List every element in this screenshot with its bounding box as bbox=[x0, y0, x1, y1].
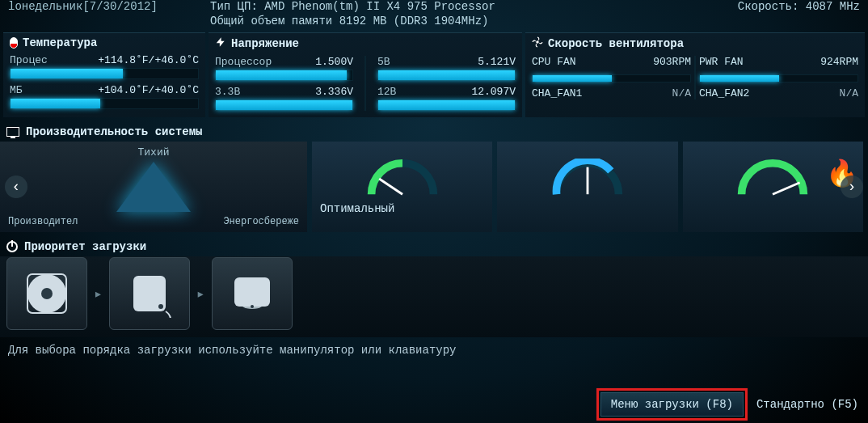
thermometer-icon bbox=[10, 37, 18, 49]
svg-point-8 bbox=[158, 304, 163, 309]
svg-point-10 bbox=[251, 305, 254, 308]
perf-energy-label: Энергосбереже bbox=[223, 216, 299, 227]
memory-text: Общий объем памяти 8192 MB (DDR3 1904MHz… bbox=[0, 13, 868, 32]
fan-pwr: PWR FAN 924RPM bbox=[699, 56, 858, 68]
fan-cha2: CHA_FAN2 N/A bbox=[699, 87, 858, 99]
volt-5-value: 5.121V bbox=[478, 56, 516, 68]
date-text: lонедельник[7/30/2012] bbox=[8, 0, 210, 13]
volt-5-label: 5В bbox=[377, 56, 390, 68]
temperature-title: Температура bbox=[23, 36, 97, 49]
volt-12-label: 12В bbox=[377, 86, 396, 98]
boot-device-external[interactable] bbox=[109, 257, 190, 330]
perf-mode-turbo[interactable]: 🔥 bbox=[683, 142, 863, 232]
volt-33-label: 3.3В bbox=[215, 86, 240, 98]
temp-mb-value: +104.0˚F/+40.0˚C bbox=[98, 84, 199, 96]
temp-mb-metric: МБ +104.0˚F/+40.0˚C bbox=[10, 84, 199, 109]
svg-point-0 bbox=[536, 40, 539, 44]
fan-cha1-label: CHA_FAN1 bbox=[532, 87, 582, 99]
power-icon bbox=[6, 241, 18, 252]
boot-priority-title: Приоритет загрузки bbox=[24, 240, 146, 253]
performance-row: ‹ Тихий Производител Энергосбереже Оптим… bbox=[0, 142, 868, 232]
fan-cha1-value: N/A bbox=[672, 87, 691, 99]
boot-separator: ▸ bbox=[196, 285, 205, 302]
fan-cpu: CPU FAN 903RPM bbox=[532, 56, 691, 68]
gauge-icon bbox=[734, 159, 811, 199]
fan-panel: Скорость вентилятора CPU FAN 903RPM CHA_… bbox=[525, 32, 865, 117]
fan-cpu-value: 903RPM bbox=[653, 56, 691, 68]
volt-33-value: 3.336V bbox=[315, 86, 353, 98]
temp-cpu-value: +114.8˚F/+46.0˚C bbox=[98, 54, 199, 66]
perf-quiet-label: Тихий bbox=[137, 146, 169, 159]
svg-line-3 bbox=[773, 183, 800, 194]
performance-title: Производительность системы bbox=[26, 125, 202, 138]
perf-prev-button[interactable]: ‹ bbox=[5, 176, 27, 198]
svg-line-1 bbox=[379, 179, 402, 194]
voltage-panel: Напряжение Процессор 1.500V 3.3В 3.336V bbox=[209, 32, 522, 117]
cpu-type-text: Тип ЦП: AMD Phenom(tm) II X4 975 Process… bbox=[210, 0, 698, 13]
svg-rect-9 bbox=[234, 277, 270, 307]
monitor-icon bbox=[6, 127, 19, 137]
boot-hint-text: Для выбора порядка загрузки используйте … bbox=[0, 337, 868, 363]
boot-separator: ▸ bbox=[94, 285, 103, 302]
gauge-icon bbox=[549, 159, 626, 199]
perf-mode-optimal[interactable]: Оптимальный bbox=[312, 142, 492, 232]
perf-next-button[interactable]: › bbox=[841, 176, 863, 198]
fan-title: Скорость вентилятора bbox=[548, 37, 684, 50]
standard-button[interactable]: Стандартно (F5) bbox=[756, 398, 858, 411]
fan-cha2-label: CHA_FAN2 bbox=[699, 87, 749, 99]
temp-mb-label: МБ bbox=[10, 84, 23, 96]
svg-point-5 bbox=[41, 288, 53, 299]
gauge-icon bbox=[364, 159, 441, 199]
temperature-panel: Температура Процес +114.8˚F/+46.0˚C МБ +… bbox=[3, 32, 205, 117]
volt-cpu-value: 1.500V bbox=[315, 56, 353, 68]
perf-optimal-label: Оптимальный bbox=[312, 202, 394, 215]
boot-menu-button[interactable]: Меню загрузки (F8) bbox=[600, 392, 744, 417]
fan-cha1: CHA_FAN1 N/A bbox=[532, 87, 691, 99]
fan-cpu-label: CPU FAN bbox=[532, 56, 576, 68]
fan-cha2-value: N/A bbox=[840, 87, 858, 99]
voltage-title: Напряжение bbox=[231, 37, 299, 50]
boot-device-odd[interactable] bbox=[212, 257, 293, 330]
perf-performance-label: Производител bbox=[8, 216, 78, 227]
triangle-icon bbox=[116, 162, 191, 212]
fan-pwr-label: PWR FAN bbox=[699, 56, 744, 68]
perf-mode-triangle[interactable]: Тихий Производител Энергосбереже bbox=[0, 142, 307, 232]
temp-cpu-metric: Процес +114.8˚F/+46.0˚C bbox=[10, 54, 199, 79]
temp-cpu-label: Процес bbox=[10, 54, 48, 66]
speed-text: Скорость: 4087 MHz bbox=[698, 0, 860, 13]
boot-device-hdd[interactable] bbox=[6, 257, 87, 330]
bolt-icon bbox=[215, 36, 226, 51]
fan-icon bbox=[532, 36, 543, 51]
volt-cpu-label: Процессор bbox=[215, 56, 272, 68]
volt-12-value: 12.097V bbox=[471, 86, 516, 98]
perf-mode-normal[interactable] bbox=[497, 142, 677, 232]
fan-pwr-value: 924RPM bbox=[820, 56, 858, 68]
